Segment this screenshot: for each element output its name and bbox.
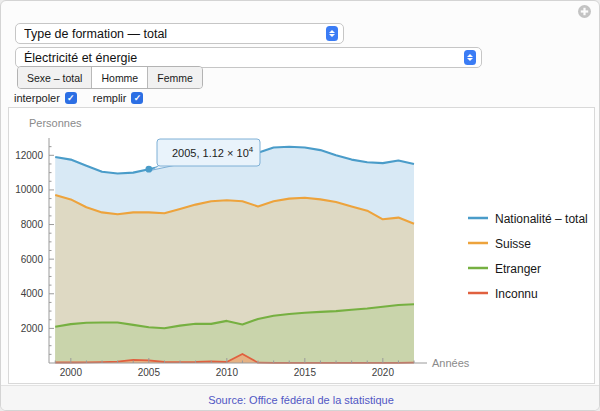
interpoler-label: interpoler bbox=[14, 92, 60, 104]
source-link[interactable]: Source: Office fédéral de la statistique bbox=[208, 394, 394, 406]
options-row: interpoler ✓ remplir ✓ bbox=[14, 91, 143, 105]
y-tick-label: 6000 bbox=[21, 254, 44, 265]
highlighted-data-point[interactable] bbox=[145, 166, 152, 173]
domain-dropdown[interactable]: Électricité et énergie bbox=[15, 47, 482, 68]
setter-femme[interactable]: Femme bbox=[148, 67, 202, 88]
legend-label: Inconnu bbox=[495, 287, 538, 301]
expand-controls-icon[interactable] bbox=[578, 5, 591, 18]
setter-sexe-total[interactable]: Sexe – total bbox=[18, 67, 92, 88]
formation-dropdown[interactable]: Type de formation — total bbox=[15, 23, 344, 44]
y-tick-label: 12000 bbox=[15, 150, 43, 161]
formation-dropdown-value: Type de formation — total bbox=[24, 27, 326, 41]
legend-label: Suisse bbox=[495, 237, 531, 251]
domain-dropdown-value: Électricité et énergie bbox=[24, 51, 464, 65]
y-tick-label: 2000 bbox=[21, 323, 44, 334]
x-tick-label: 2000 bbox=[60, 367, 83, 378]
remplir-label: remplir bbox=[93, 92, 127, 104]
dropdown-stepper-icon bbox=[464, 50, 476, 65]
x-tick-label: 2010 bbox=[216, 367, 239, 378]
chart-canvas[interactable]: 2000400060008000100001200020002005201020… bbox=[9, 108, 594, 383]
x-axis-title: Années bbox=[432, 357, 470, 369]
legend-label: Etranger bbox=[495, 262, 541, 276]
tooltip-label: 2005, 1.12 × 104 bbox=[172, 145, 254, 159]
x-tick-label: 2005 bbox=[138, 367, 161, 378]
x-tick-label: 2020 bbox=[372, 367, 395, 378]
y-axis-title: Personnes bbox=[29, 117, 82, 129]
interpoler-checkbox[interactable]: ✓ bbox=[65, 92, 77, 104]
y-tick-label: 8000 bbox=[21, 219, 44, 230]
setter-homme[interactable]: Homme bbox=[92, 67, 148, 88]
dropdown-stepper-icon bbox=[326, 26, 338, 41]
x-tick-label: 2015 bbox=[294, 367, 317, 378]
chart-panel: 2000400060008000100001200020002005201020… bbox=[8, 107, 595, 384]
legend-label: Nationalité – total bbox=[495, 212, 588, 226]
y-tick-label: 10000 bbox=[15, 184, 43, 195]
remplir-checkbox[interactable]: ✓ bbox=[131, 92, 143, 104]
source-footer: Source: Office fédéral de la statistique bbox=[1, 385, 600, 411]
y-tick-label: 4000 bbox=[21, 288, 44, 299]
sexe-setter-bar: Sexe – total Homme Femme bbox=[17, 66, 203, 89]
manipulate-widget: Type de formation — total Électricité et… bbox=[0, 0, 600, 411]
